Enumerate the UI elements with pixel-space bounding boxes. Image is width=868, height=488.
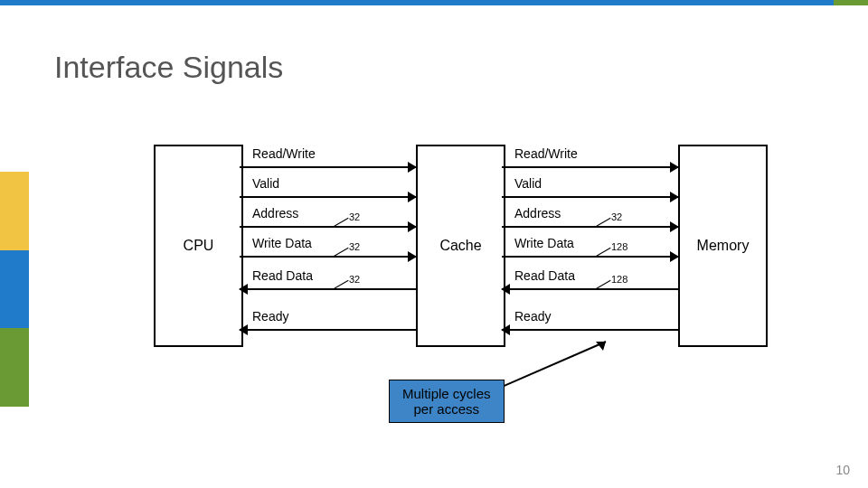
signal-label: Write Data	[252, 236, 312, 250]
svg-line-0	[502, 342, 606, 387]
signal-valid: Valid	[502, 176, 678, 203]
signal-label: Read/Write	[252, 146, 316, 161]
page-title: Interface Signals	[54, 50, 283, 85]
arrow-left-icon	[501, 324, 510, 335]
interface-diagram: CPU Cache Memory Read/WriteValidAddress3…	[154, 136, 805, 361]
note-arrow	[502, 337, 610, 387]
signal-label: Valid	[252, 176, 279, 191]
arrow-right-icon	[408, 221, 417, 232]
arrow-left-icon	[239, 324, 248, 335]
signal-read-write: Read/Write	[502, 146, 678, 174]
bus-width-label: 128	[611, 241, 627, 252]
signal-label: Write Data	[514, 236, 574, 250]
signal-label: Ready	[252, 309, 288, 324]
arrow-right-icon	[408, 192, 417, 202]
signal-label: Read Data	[252, 268, 313, 283]
signal-read-data: Read Data32	[240, 268, 416, 296]
signal-label: Valid	[514, 176, 542, 191]
bus-width-label: 32	[349, 211, 360, 222]
cache-block: Cache	[416, 145, 505, 347]
bus-width-label: 32	[349, 241, 360, 252]
signal-label: Address	[252, 206, 298, 221]
signal-write-data: Write Data128	[502, 236, 678, 263]
signal-ready: Ready	[502, 309, 678, 336]
arrow-right-icon	[670, 221, 679, 232]
signal-label: Read Data	[514, 268, 575, 283]
slide-side-stripe	[0, 172, 29, 407]
signal-read-write: Read/Write	[240, 146, 416, 174]
signal-label: Read/Write	[514, 146, 578, 161]
slide-top-edge	[0, 0, 868, 5]
arrow-right-icon	[408, 162, 417, 173]
arrow-right-icon	[670, 192, 679, 202]
signal-read-data: Read Data128	[502, 268, 678, 296]
arrow-left-icon	[239, 284, 248, 295]
arrow-right-icon	[408, 251, 417, 262]
signal-valid: Valid	[240, 176, 416, 203]
arrow-right-icon	[670, 251, 679, 262]
signal-label: Ready	[514, 309, 551, 324]
note-box: Multiple cyclesper access	[389, 380, 505, 423]
bus-width-label: 32	[611, 211, 622, 222]
arrow-left-icon	[501, 284, 510, 295]
signal-write-data: Write Data32	[240, 236, 416, 263]
cpu-block: CPU	[154, 145, 243, 347]
signal-address: Address32	[240, 206, 416, 233]
page-number: 10	[835, 463, 850, 477]
bus-width-label: 128	[611, 274, 627, 285]
signal-address: Address32	[502, 206, 678, 233]
signal-label: Address	[514, 206, 561, 221]
memory-block: Memory	[678, 145, 768, 347]
bus-width-label: 32	[349, 274, 360, 285]
signal-ready: Ready	[240, 309, 416, 336]
arrow-right-icon	[670, 162, 679, 173]
